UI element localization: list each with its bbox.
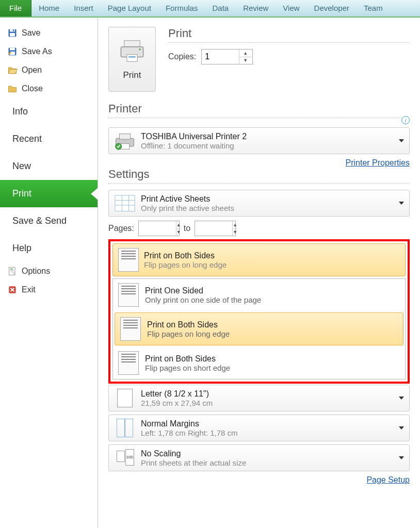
sidebar-options[interactable]: Options bbox=[0, 262, 98, 280]
sidebar-label: Save As bbox=[22, 47, 52, 56]
sidebar-label: Close bbox=[22, 84, 43, 93]
margins-title: Normal Margins bbox=[141, 419, 238, 428]
option-sub: Flip pages on long edge bbox=[147, 329, 230, 338]
svg-rect-9 bbox=[10, 270, 14, 271]
printer-heading: Printer bbox=[108, 102, 401, 118]
option-sub: Only print on one side of the page bbox=[145, 295, 261, 304]
spinner-down-icon[interactable]: ▼ bbox=[176, 229, 181, 236]
tab-team[interactable]: Team bbox=[357, 0, 390, 16]
tab-data[interactable]: Data bbox=[205, 0, 236, 16]
save-icon bbox=[7, 28, 18, 38]
page-flip-short-icon bbox=[118, 351, 139, 375]
paper-title: Letter (8 1/2 x 11") bbox=[141, 389, 213, 399]
margins-icon bbox=[114, 418, 136, 438]
paper-sub: 21,59 cm x 27,94 cm bbox=[141, 399, 213, 407]
print-what-title: Print Active Sheets bbox=[141, 194, 234, 204]
printer-status: Offline: 1 document waiting bbox=[141, 141, 247, 150]
svg-rect-5 bbox=[10, 48, 15, 51]
duplex-option-one-sided[interactable]: Print One Sided Only print on one side o… bbox=[113, 279, 405, 311]
settings-heading: Settings bbox=[108, 168, 410, 184]
spinner-down-icon[interactable]: ▼ bbox=[239, 57, 251, 64]
sidebar-label: Open bbox=[22, 65, 42, 75]
svg-rect-8 bbox=[10, 269, 13, 270]
svg-rect-2 bbox=[13, 29, 14, 31]
svg-point-11 bbox=[13, 272, 16, 275]
sidebar-info[interactable]: Info bbox=[0, 98, 98, 125]
printer-dropdown[interactable]: TOSHIBA Universal Printer 2 Offline: 1 d… bbox=[108, 127, 410, 154]
sidebar-open[interactable]: Open bbox=[0, 61, 98, 79]
pages-to-input[interactable] bbox=[195, 221, 232, 236]
chevron-down-icon bbox=[399, 456, 404, 459]
print-backstage: Print Print Copies: ▲ ▼ Printer bbox=[98, 18, 420, 528]
margins-dropdown[interactable]: Normal Margins Left: 1,78 cm Right: 1,78… bbox=[108, 415, 410, 441]
svg-point-18 bbox=[139, 48, 141, 50]
sidebar-recent[interactable]: Recent bbox=[0, 125, 98, 153]
page-flip-icon bbox=[118, 248, 139, 272]
sidebar-close[interactable]: Close bbox=[0, 79, 98, 98]
svg-rect-1 bbox=[10, 29, 15, 32]
svg-rect-23 bbox=[115, 195, 135, 211]
sidebar-label: Save bbox=[22, 28, 40, 38]
exit-icon bbox=[7, 285, 18, 295]
tab-developer[interactable]: Developer bbox=[307, 0, 357, 16]
tab-review[interactable]: Review bbox=[236, 0, 276, 16]
sidebar-print[interactable]: Print bbox=[0, 180, 98, 207]
sidebar-exit[interactable]: Exit bbox=[0, 280, 98, 299]
duplex-dropdown[interactable]: Print on Both Sides Flip pages on long e… bbox=[112, 243, 406, 276]
sidebar-save-as[interactable]: Save As bbox=[0, 42, 98, 61]
print-button[interactable]: Print bbox=[108, 27, 156, 92]
print-what-sub: Only print the active sheets bbox=[141, 204, 234, 212]
paper-size-dropdown[interactable]: Letter (8 1/2 x 11") 21,59 cm x 27,94 cm bbox=[108, 385, 410, 411]
scaling-dropdown[interactable]: No Scaling Print sheets at their actual … bbox=[108, 444, 410, 471]
tab-home[interactable]: Home bbox=[31, 0, 67, 16]
printer-device-icon bbox=[114, 131, 136, 151]
pages-to-spinner[interactable]: ▲▼ bbox=[195, 221, 236, 236]
scaling-title: No Scaling bbox=[141, 449, 246, 458]
pages-label: Pages: bbox=[108, 224, 134, 233]
tab-insert[interactable]: Insert bbox=[67, 0, 101, 16]
options-icon bbox=[7, 266, 18, 276]
pages-to-label: to bbox=[184, 224, 190, 233]
option-sub: Flip pages on short edge bbox=[145, 364, 230, 372]
svg-rect-20 bbox=[120, 134, 131, 139]
sidebar-label: Exit bbox=[22, 285, 36, 294]
sidebar-new[interactable]: New bbox=[0, 153, 98, 180]
duplex-option-long-edge[interactable]: Print on Both Sides Flip pages on long e… bbox=[115, 312, 403, 345]
chevron-down-icon bbox=[399, 202, 404, 205]
svg-rect-16 bbox=[127, 54, 137, 61]
pages-from-spinner[interactable]: ▲▼ bbox=[138, 221, 180, 236]
info-icon[interactable]: i bbox=[401, 116, 410, 124]
sidebar-label: Options bbox=[22, 267, 50, 276]
copies-spinner[interactable]: ▲ ▼ bbox=[201, 49, 253, 64]
spinner-down-icon[interactable]: ▼ bbox=[233, 229, 237, 236]
chevron-down-icon bbox=[399, 139, 404, 142]
svg-rect-3 bbox=[10, 33, 15, 37]
spinner-up-icon[interactable]: ▲ bbox=[239, 50, 251, 57]
spinner-up-icon[interactable]: ▲ bbox=[233, 221, 237, 229]
print-what-dropdown[interactable]: Print Active Sheets Only print the activ… bbox=[108, 190, 410, 217]
paper-icon bbox=[114, 388, 136, 408]
printer-properties-link[interactable]: Printer Properties bbox=[346, 158, 410, 167]
tab-page-layout[interactable]: Page Layout bbox=[101, 0, 158, 16]
copies-input[interactable] bbox=[202, 50, 239, 64]
tab-view[interactable]: View bbox=[276, 0, 306, 16]
print-heading: Print bbox=[168, 27, 410, 43]
tab-file[interactable]: File bbox=[0, 0, 31, 16]
sheets-icon bbox=[114, 193, 136, 213]
backstage-sidebar: Save Save As Open Close Info Recent New … bbox=[0, 18, 98, 528]
page-setup-link[interactable]: Page Setup bbox=[366, 475, 410, 484]
open-icon bbox=[7, 65, 18, 75]
tab-formulas[interactable]: Formulas bbox=[158, 0, 205, 16]
duplex-option-short-edge[interactable]: Print on Both Sides Flip pages on short … bbox=[113, 347, 405, 379]
margins-sub: Left: 1,78 cm Right: 1,78 cm bbox=[141, 428, 238, 437]
pages-from-input[interactable] bbox=[139, 221, 176, 236]
svg-rect-10 bbox=[10, 272, 14, 272]
sidebar-save[interactable]: Save bbox=[0, 24, 98, 42]
sidebar-save-send[interactable]: Save & Send bbox=[0, 207, 98, 235]
scaling-icon bbox=[114, 448, 136, 468]
spinner-up-icon[interactable]: ▲ bbox=[176, 221, 181, 229]
option-title: Print on Both Sides bbox=[147, 320, 230, 329]
chevron-down-icon bbox=[399, 397, 404, 400]
sidebar-help[interactable]: Help bbox=[0, 235, 98, 262]
duplex-section-highlight: Print on Both Sides Flip pages on long e… bbox=[108, 239, 410, 384]
